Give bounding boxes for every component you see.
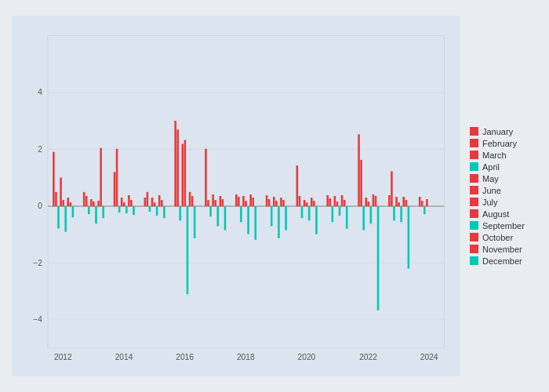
legend-item-december: December [470,256,537,266]
legend-label-may: May [482,174,499,183]
bar [90,199,93,206]
x-label-2020: 2020 [298,353,316,361]
bar [285,206,287,230]
bar [123,202,125,206]
bar [156,206,158,216]
bar [278,206,280,238]
legend-label-july: July [482,198,498,207]
bar [273,197,275,206]
legend-item-march: March [470,151,537,160]
bar [329,198,331,206]
bar [395,197,398,206]
bar [326,195,329,206]
bar [158,195,161,206]
bar [100,148,102,207]
bar [306,202,308,206]
bar [375,196,377,206]
bar [242,196,245,206]
bar [254,206,256,240]
bar [408,206,410,269]
bar [398,202,400,206]
bar [334,196,336,206]
chart-svg: 4 2 0 −2 −4 2012 2014 2016 2018 2020 202… [12,16,460,376]
x-label-2012: 2012 [54,353,72,361]
legend-label-february: February [482,139,517,148]
bar [121,198,123,206]
bar [179,206,181,220]
bar [421,201,424,206]
bar [336,201,339,206]
bar [53,152,55,206]
chart-legend: January February March April May June Ju… [467,16,537,376]
bar [247,206,249,234]
bar [249,194,252,206]
bar [176,129,179,206]
legend-color-july [470,198,478,206]
y-label-0: 0 [38,201,42,210]
bar [67,198,69,206]
bar [128,195,130,206]
bar [189,192,191,206]
legend-label-august: August [482,209,509,219]
legend-label-october: October [482,233,513,242]
bar [116,149,118,207]
legend-color-august [470,209,478,218]
x-label-2022: 2022 [359,353,377,361]
bar [365,198,367,206]
bar [373,194,375,206]
legend-item-november: November [470,245,537,254]
legend-color-january [470,127,478,136]
bar [154,202,156,206]
bar [235,194,238,206]
legend-item-may: May [470,174,537,183]
bar [252,198,254,206]
bar [301,206,304,218]
bar [388,195,391,206]
bar [222,199,224,206]
chart-border [48,36,445,348]
y-label-2: 2 [38,145,42,154]
x-label-2014: 2014 [115,353,133,361]
bar [133,206,135,215]
legend-item-july: July [470,198,537,207]
legend-color-november [470,245,478,253]
bar [163,206,165,218]
bar [313,201,315,206]
bar [391,171,393,206]
bar [240,206,242,222]
bar [144,198,147,206]
bar [70,202,72,206]
bar [344,200,346,206]
legend-color-april [470,162,478,171]
bar [339,206,341,216]
bar [299,196,301,206]
bar [212,194,214,206]
bar [424,206,426,214]
bar [362,206,365,230]
bar [358,134,360,206]
x-label-2024: 2024 [420,353,438,361]
bar [194,206,196,238]
bar [341,195,344,206]
x-label-2018: 2018 [237,353,255,361]
legend-label-march: March [482,151,507,160]
bar [60,178,62,207]
bar [93,201,95,206]
legend-label-november: November [482,245,522,254]
bar [220,196,222,206]
bar [64,206,67,232]
bar [62,200,64,206]
bar [55,192,57,206]
y-label-n4: −4 [33,315,42,324]
bar [216,206,219,227]
bar [238,197,240,206]
legend-color-october [470,233,478,241]
bar [271,206,273,227]
bar [57,206,60,229]
legend-color-february [470,139,478,147]
bar [125,206,128,213]
bar [275,201,278,206]
legend-item-january: January [470,127,537,136]
bar [346,206,348,229]
legend-color-june [470,186,478,194]
